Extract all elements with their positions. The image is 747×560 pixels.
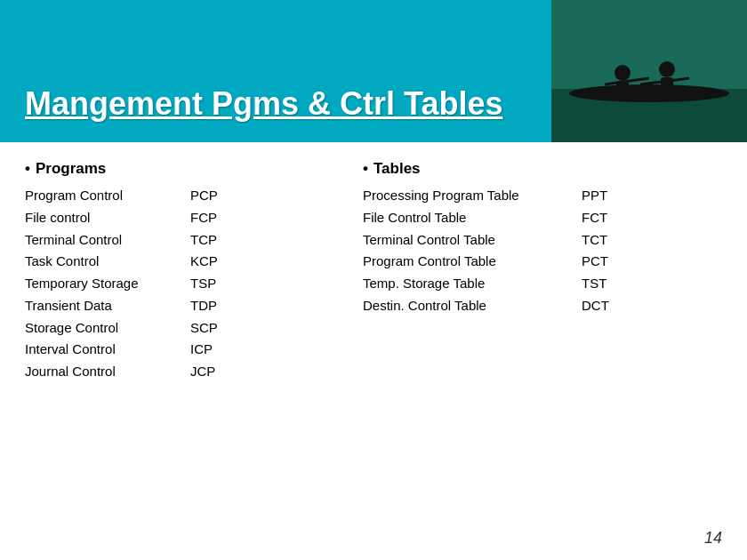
programs-header: • Programs xyxy=(25,160,327,178)
list-item: File control FCP xyxy=(25,207,218,229)
table-name: Temp. Storage Table xyxy=(363,273,567,295)
list-item: Task Control KCP xyxy=(25,251,218,273)
program-code: ICP xyxy=(176,339,218,361)
program-code: SCP xyxy=(176,317,218,340)
programs-label: Programs xyxy=(36,160,106,178)
program-code: FCP xyxy=(176,207,218,229)
program-name: File control xyxy=(25,207,176,229)
program-code: JCP xyxy=(176,361,218,383)
table-code: DCT xyxy=(567,295,609,317)
list-item: Temporary Storage TSP xyxy=(25,273,218,295)
list-item: Program Control PCP xyxy=(25,185,218,207)
table-name: File Control Table xyxy=(363,207,567,229)
program-name: Storage Control xyxy=(25,317,176,340)
table-code: PCT xyxy=(567,251,609,273)
list-item: Processing Program Table PPT xyxy=(363,185,609,207)
list-item: Destin. Control Table DCT xyxy=(363,295,609,317)
list-item: Temp. Storage Table TST xyxy=(363,273,609,295)
tables-table: Processing Program Table PPT File Contro… xyxy=(363,185,609,317)
table-code: PPT xyxy=(567,185,609,207)
list-item: Terminal Control TCP xyxy=(25,229,218,252)
list-item: Journal Control JCP xyxy=(25,361,218,383)
list-item: Transient Data TDP xyxy=(25,295,218,317)
svg-point-6 xyxy=(659,61,675,77)
programs-table: Program Control PCP File control FCP Ter… xyxy=(25,185,218,383)
right-column: • Tables Processing Program Table PPT Fi… xyxy=(363,160,722,383)
list-item: Program Control Table PCT xyxy=(363,251,609,273)
program-name: Terminal Control xyxy=(25,229,176,252)
tables-bullet: • xyxy=(363,160,368,178)
header-banner: Mangement Pgms & Ctrl Tables xyxy=(0,0,747,142)
program-code: KCP xyxy=(176,251,218,273)
list-item: File Control Table FCT xyxy=(363,207,609,229)
table-name: Terminal Control Table xyxy=(363,229,567,252)
table-code: TST xyxy=(567,273,609,295)
program-code: TSP xyxy=(176,273,218,295)
table-name: Processing Program Table xyxy=(363,185,567,207)
main-content: • Programs Program Control PCP File cont… xyxy=(0,142,747,401)
tables-header: • Tables xyxy=(363,160,722,178)
program-name: Journal Control xyxy=(25,361,176,383)
program-code: TCP xyxy=(176,229,218,252)
program-name: Program Control xyxy=(25,185,176,207)
program-code: TDP xyxy=(176,295,218,317)
list-item: Terminal Control Table TCT xyxy=(363,229,609,252)
program-name: Task Control xyxy=(25,251,176,273)
svg-point-2 xyxy=(569,84,729,102)
table-name: Destin. Control Table xyxy=(363,295,567,317)
tables-label: Tables xyxy=(374,160,421,178)
program-code: PCP xyxy=(176,185,218,207)
table-name: Program Control Table xyxy=(363,251,567,273)
table-code: FCT xyxy=(567,207,609,229)
list-item: Storage Control SCP xyxy=(25,317,218,340)
programs-bullet: • xyxy=(25,160,30,178)
table-code: TCT xyxy=(567,229,609,252)
header-image xyxy=(551,0,747,142)
left-column: • Programs Program Control PCP File cont… xyxy=(25,160,327,383)
page-number: 14 xyxy=(704,529,722,548)
list-item: Interval Control ICP xyxy=(25,339,218,361)
svg-point-3 xyxy=(614,65,631,81)
page-title: Mangement Pgms & Ctrl Tables xyxy=(0,85,502,133)
program-name: Temporary Storage xyxy=(25,273,176,295)
program-name: Transient Data xyxy=(25,295,176,317)
program-name: Interval Control xyxy=(25,339,176,361)
